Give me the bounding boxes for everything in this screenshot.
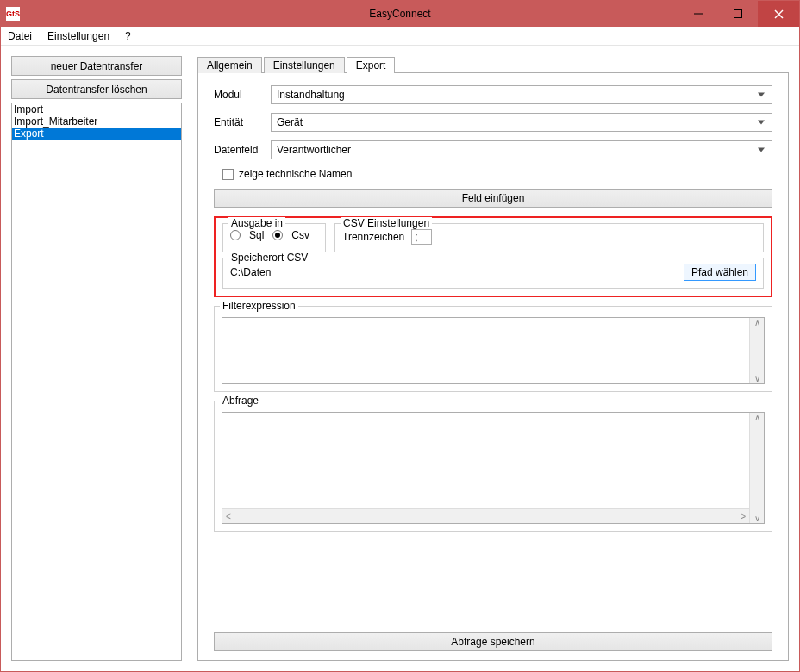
radio-sql[interactable] (230, 230, 241, 240)
tabstrip: Allgemein Einstellungen Export (197, 57, 789, 73)
minimize-icon (694, 9, 703, 18)
tab-allgemein[interactable]: Allgemein (197, 57, 262, 73)
scrollbar-horizontal[interactable]: <> (222, 508, 749, 523)
menu-einstellungen[interactable]: Einstellungen (47, 30, 109, 42)
window-controls (678, 1, 799, 27)
scroll-right-icon: > (741, 512, 746, 521)
list-item[interactable]: Export (12, 128, 181, 140)
maximize-icon (734, 9, 742, 18)
fieldset-speicherort: Speicherort CSV C:\Daten Pfad wählen (222, 258, 764, 289)
transfer-list[interactable]: Import Import_Mitarbeiter Export (11, 103, 182, 661)
legend-query: Abfrage (220, 395, 261, 407)
menu-datei[interactable]: Datei (8, 30, 32, 42)
content: neuer Datentransfer Datentransfer lösche… (1, 46, 799, 671)
legend-speicherort: Speicherort CSV (228, 252, 310, 264)
list-item[interactable]: Import (12, 103, 181, 115)
legend-csv: CSV Einstellungen (341, 217, 432, 229)
highlighted-output-group: Ausgabe in Sql Csv CSV Einstellungen (214, 216, 772, 297)
row-technames: zeige technische Namen (214, 168, 772, 180)
select-value: Verantwortlicher (277, 144, 351, 156)
scrollbar-vertical[interactable]: ∧∨ (749, 318, 764, 383)
save-query-button[interactable]: Abfrage speichern (214, 632, 772, 651)
choose-path-button[interactable]: Pfad wählen (684, 264, 756, 281)
scroll-up-icon: ∧ (754, 413, 760, 422)
tab-body-export: Modul Instandhaltung Entität Gerät Daten… (197, 72, 789, 661)
right-panel: Allgemein Einstellungen Export Modul Ins… (197, 56, 789, 661)
scroll-left-icon: < (226, 512, 231, 521)
minimize-button[interactable] (678, 1, 718, 27)
select-value: Gerät (277, 116, 303, 128)
label-csv: Csv (291, 229, 309, 241)
label-datenfeld: Datenfeld (214, 144, 264, 156)
left-panel: neuer Datentransfer Datentransfer lösche… (11, 56, 182, 661)
scroll-up-icon: ∧ (754, 318, 760, 327)
textarea-filter[interactable]: ∧∨ (222, 317, 765, 384)
select-entitaet[interactable]: Gerät (271, 113, 772, 132)
scroll-down-icon: ∨ (754, 374, 760, 383)
svg-rect-1 (734, 10, 742, 18)
menubar: Datei Einstellungen ? (1, 27, 799, 46)
close-button[interactable] (758, 1, 799, 27)
group-filter: Filterexpression ∧∨ (214, 306, 772, 392)
row-modul: Modul Instandhaltung (214, 85, 772, 104)
radio-csv[interactable] (272, 230, 283, 240)
textarea-query[interactable]: ∧∨ <> (222, 412, 765, 524)
legend-ausgabe: Ausgabe in (228, 217, 285, 229)
label-entitaet: Entität (214, 116, 264, 128)
fieldset-ausgabe: Ausgabe in Sql Csv (222, 223, 326, 252)
legend-filter: Filterexpression (220, 300, 298, 312)
app-window: GtS EasyConnect Datei Einstellungen ? ne… (0, 0, 800, 672)
list-item[interactable]: Import_Mitarbeiter (12, 115, 181, 128)
group-query: Abfrage ∧∨ <> (214, 401, 772, 532)
label-trennzeichen: Trennzeichen (342, 231, 404, 243)
insert-field-button[interactable]: Feld einfügen (214, 189, 772, 208)
menu-help[interactable]: ? (125, 30, 131, 42)
maximize-button[interactable] (718, 1, 758, 27)
tab-export[interactable]: Export (347, 57, 396, 73)
scrollbar-vertical[interactable]: ∧∨ (749, 413, 764, 523)
delete-transfer-button[interactable]: Datentransfer löschen (11, 79, 182, 99)
row-datenfeld: Datenfeld Verantwortlicher (214, 140, 772, 159)
row-entitaet: Entität Gerät (214, 113, 772, 132)
scroll-down-icon: ∨ (754, 513, 760, 523)
label-sql: Sql (249, 229, 264, 241)
select-value: Instandhaltung (277, 89, 345, 101)
tab-einstellungen[interactable]: Einstellungen (264, 57, 345, 73)
input-trennzeichen[interactable]: ; (411, 229, 432, 245)
checkbox-technames[interactable] (222, 169, 234, 180)
app-icon: GtS (6, 7, 20, 21)
titlebar: GtS EasyConnect (1, 1, 799, 27)
new-transfer-button[interactable]: neuer Datentransfer (11, 56, 182, 76)
select-modul[interactable]: Instandhaltung (271, 85, 772, 104)
label-modul: Modul (214, 89, 264, 101)
select-datenfeld[interactable]: Verantwortlicher (271, 140, 772, 159)
close-icon (774, 9, 784, 19)
label-technames: zeige technische Namen (239, 168, 352, 180)
fieldset-csv: CSV Einstellungen Trennzeichen ; (334, 223, 764, 252)
path-value: C:\Daten (230, 266, 271, 278)
